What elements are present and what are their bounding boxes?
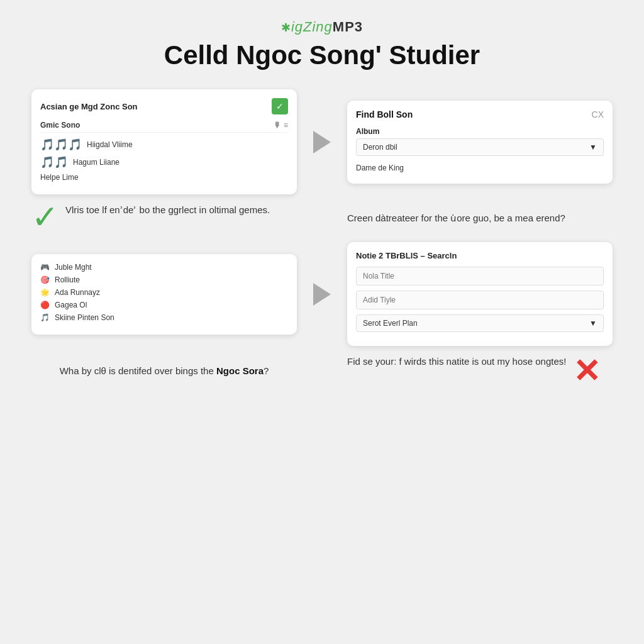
section-icons: 🎙≡: [274, 121, 288, 130]
logo-icon: ✱: [281, 21, 291, 34]
field1-input[interactable]: [356, 267, 604, 286]
bitem1-label: Juble Mght: [55, 263, 92, 272]
bitem5-label: Skiine Pinten Son: [55, 313, 114, 322]
field2-input[interactable]: [356, 291, 604, 309]
dropdown-arrow-icon: ▼: [589, 143, 597, 152]
bottom-dropdown-value: Serot Everl Plan: [363, 319, 418, 328]
arrow-icon-bottom: [313, 283, 331, 306]
list-item: 🌟 Ada Runnayz: [40, 288, 288, 297]
search-card-title: Find Boll Son: [356, 109, 413, 119]
list-item: 🎮 Juble Mght: [40, 263, 288, 272]
list-item: 🎯 Rolliute: [40, 275, 288, 284]
close-button[interactable]: CX: [592, 109, 604, 119]
bitem5-emoji: 🎵: [40, 313, 50, 322]
bitem2-emoji: 🎯: [40, 275, 50, 284]
bottom-right-desc-text: Fid se your: f wirds this natite is out …: [347, 355, 567, 369]
bottom-left-desc-highlight: Ngoc Sora: [216, 365, 264, 376]
section-label-text: Gmic Sono: [40, 121, 80, 130]
list-item: 🎵🎵 Hagum Liiane: [40, 155, 288, 169]
album-label: Album: [356, 127, 604, 136]
logo-brand: igZing: [291, 19, 333, 35]
bitem2-label: Rolliute: [55, 275, 80, 284]
item2-label: Hagum Liiane: [73, 158, 119, 167]
top-left-desc-text: Vlris toe lf enʾdeʾ bo the ggrlect in ol…: [65, 203, 270, 218]
bottom-right-card: Notie 2 TBrBLlS – Searcln Serot Everl Pl…: [347, 242, 613, 346]
main-title: Celld Ngoc Song' Studier: [164, 40, 480, 70]
bottom-left-desc-after: ?: [264, 365, 269, 376]
bottom-left-description: Wha by clθ is dentifed over bings the Ng…: [25, 355, 303, 387]
top-right-desc-text: Creen dàtreateer for the u̇ore guo, be a…: [347, 211, 613, 226]
bottom-left-card: 🎮 Juble Mght 🎯 Rolliute 🌟 Ada Runnayz 🔴 …: [31, 254, 297, 335]
top-left-card: Acsian ge Mgd Zonc Son ✓ Gmic Sono 🎙≡ 🎵🎵…: [31, 89, 297, 194]
top-right-description: Creen dàtreateer for the u̇ore guo, be a…: [341, 203, 619, 235]
logo-suffix: MP3: [333, 19, 363, 35]
bitem4-label: Gagea Ol: [55, 301, 87, 309]
arrow-cell-top: [303, 131, 341, 153]
bottom-card-title: Notie 2 TBrBLlS – Searcln: [356, 251, 604, 260]
bitem4-emoji: 🔴: [40, 301, 50, 309]
bottom-dropdown-arrow-icon: ▼: [589, 319, 597, 328]
list-item: 🔴 Gagea Ol: [40, 301, 288, 309]
checkmark-icon: ✓: [31, 201, 59, 233]
card-header-title: Acsian ge Mgd Zonc Son: [40, 102, 138, 111]
arrow-icon-top: [313, 131, 331, 153]
logo: ✱igZingMP3: [281, 19, 363, 35]
green-check-button[interactable]: ✓: [272, 98, 288, 114]
item2-emoji: 🎵🎵: [40, 155, 68, 169]
list-item: 🎵 Skiine Pinten Son: [40, 313, 288, 322]
bitem3-label: Ada Runnayz: [55, 288, 100, 297]
item1-emoji: 🎵🎵🎵: [40, 138, 82, 152]
xmark-icon: ✕: [573, 355, 601, 387]
bottom-left-desc-before: Wha by clθ is dentifed over bings the: [60, 365, 216, 376]
bitem1-emoji: 🎮: [40, 263, 50, 272]
top-left-description: ✓ Vlris toe lf enʾdeʾ bo the ggrlect in …: [25, 194, 303, 242]
item3-label: Helpe Lime: [40, 173, 79, 182]
album-dropdown[interactable]: Deron dbil ▼: [356, 138, 604, 156]
bottom-right-description: Fid se your: f wirds this natite is out …: [341, 346, 619, 396]
list-item: Helpe Lime: [40, 173, 288, 182]
bottom-dropdown[interactable]: Serot Everl Plan ▼: [356, 314, 604, 332]
plain-value: Dame de King: [356, 161, 604, 175]
item1-label: Hiigdal Vliime: [87, 140, 133, 149]
dropdown-value: Deron dbil: [363, 143, 397, 152]
arrow-cell-bottom: [303, 283, 341, 306]
list-item: 🎵🎵🎵 Hiigdal Vliime: [40, 138, 288, 152]
bitem3-emoji: 🌟: [40, 288, 50, 297]
top-right-card: Find Boll Son CX Album Deron dbil ▼ Dame…: [347, 101, 613, 184]
